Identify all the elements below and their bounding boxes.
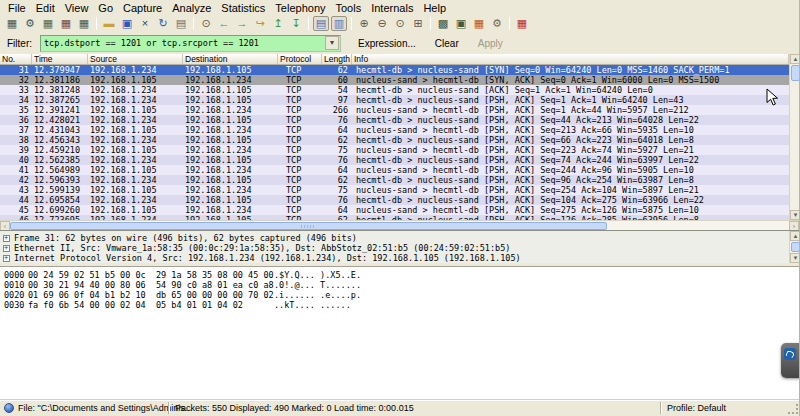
scroll-down-icon[interactable]: ▼ [790, 210, 800, 220]
packet-row-31[interactable]: 3112.379947192.168.1.234192.168.1.105TCP… [0, 65, 789, 75]
menu-internals[interactable]: Internals [366, 1, 418, 15]
filter-dropdown-button[interactable]: ▾ [325, 36, 339, 50]
teamviewer-panel-tab[interactable] [781, 343, 800, 378]
column-header-protocol[interactable]: Protocol [278, 54, 322, 64]
packet-bytes-pane: 000000 24 59 02 51 b5 00 0c 29 1a 58 35 … [0, 266, 800, 399]
capture-options-icon[interactable]: ⚙ [22, 16, 38, 31]
packet-row-45[interactable]: 4512.699260192.168.1.105192.168.1.234TCP… [0, 205, 789, 215]
col-no: 37 [0, 125, 32, 135]
capture-restart-icon[interactable]: ▦ [76, 16, 92, 31]
resize-grip[interactable] [787, 403, 799, 415]
display-filter-icon[interactable]: ▣ [453, 16, 469, 31]
zoom-out-icon[interactable]: ⊖ [374, 16, 390, 31]
column-header-length[interactable]: Length [322, 54, 352, 64]
hex-line[interactable]: 0030fa f0 6b 54 00 00 02 04 05 b4 01 01 … [0, 300, 800, 310]
scroll-up-icon[interactable]: ▲ [790, 54, 800, 64]
capture-start-icon[interactable]: ▦ [40, 16, 56, 31]
filter-combobox[interactable]: tcp.dstport == 1201 or tcp.srcport == 12… [40, 35, 341, 52]
go-forward-icon[interactable]: → [234, 16, 250, 31]
find-packet-icon[interactable]: ⊙ [198, 16, 214, 31]
menu-capture[interactable]: Capture [118, 1, 167, 15]
zoom-in-icon[interactable]: ⊕ [356, 16, 372, 31]
menu-tools[interactable]: Tools [331, 1, 367, 15]
go-last-icon[interactable]: ↧ [288, 16, 304, 31]
go-first-icon[interactable]: ↥ [270, 16, 286, 31]
save-file-icon[interactable]: ▣ [119, 16, 135, 31]
column-header-info[interactable]: Info [352, 54, 789, 64]
resize-columns-icon[interactable]: ⊞ [410, 16, 426, 31]
expand-plus-icon[interactable] [3, 245, 10, 252]
col-destination: 192.168.1.234 [183, 125, 278, 135]
expand-plus-icon[interactable] [3, 255, 10, 262]
col-info: nucleus-sand > hecmtl-db [PSH, ACK] Seq=… [352, 185, 789, 195]
hscroll-thumb[interactable] [10, 222, 607, 230]
details-vscrollbar[interactable]: ▲ ▼ [789, 231, 800, 263]
expand-plus-icon[interactable] [3, 235, 10, 242]
packet-row-32[interactable]: 3212.381186192.168.1.105192.168.1.234TCP… [0, 75, 789, 85]
go-back-icon[interactable]: ← [216, 16, 232, 31]
hex-line[interactable]: 002001 69 06 0f 04 b1 b2 10 db 65 00 00 … [0, 290, 800, 300]
col-length: 75 [322, 185, 352, 195]
packet-row-43[interactable]: 4312.599139192.168.1.105192.168.1.234TCP… [0, 185, 789, 195]
go-to-packet-icon[interactable]: ↪ [252, 16, 268, 31]
menu-edit[interactable]: Edit [31, 1, 60, 15]
column-header-destination[interactable]: Destination [183, 54, 278, 64]
packet-row-33[interactable]: 3312.381248192.168.1.234192.168.1.105TCP… [0, 85, 789, 95]
packet-row-37[interactable]: 3712.431043192.168.1.105192.168.1.234TCP… [0, 125, 789, 135]
capture-stop-icon[interactable]: ▦ [58, 16, 74, 31]
packet-row-41[interactable]: 4112.564989192.168.1.105192.168.1.234TCP… [0, 165, 789, 175]
packet-list-vscrollbar[interactable]: ▲ ▼ [789, 54, 800, 220]
help-icon[interactable]: ▦ [514, 16, 530, 31]
packet-row-34[interactable]: 3412.387265192.168.1.234192.168.1.105TCP… [0, 95, 789, 105]
packet-list-hscrollbar[interactable]: ‹ › [0, 220, 800, 230]
expert-info-icon[interactable] [4, 403, 14, 413]
packet-row-36[interactable]: 3612.428021192.168.1.234192.168.1.105TCP… [0, 115, 789, 125]
col-destination: 192.168.1.234 [183, 105, 278, 115]
print-icon[interactable]: ▤ [173, 16, 189, 31]
packet-row-38[interactable]: 3812.456343192.168.1.234192.168.1.105TCP… [0, 135, 789, 145]
preferences-icon[interactable]: ⚙ [489, 16, 505, 31]
column-header-no[interactable]: No. [0, 54, 32, 64]
scroll-down-icon[interactable]: ▼ [790, 253, 800, 263]
packet-row-42[interactable]: 4212.596393192.168.1.234192.168.1.105TCP… [0, 175, 789, 185]
hex-line[interactable]: 000000 24 59 02 51 b5 00 0c 29 1a 58 35 … [0, 270, 800, 280]
vscroll-thumb[interactable] [791, 242, 800, 252]
reload-icon[interactable]: ↻ [155, 16, 171, 31]
list-interfaces-icon[interactable]: ▦ [4, 16, 20, 31]
menu-view[interactable]: View [60, 1, 94, 15]
clear-button[interactable]: Clear [428, 36, 466, 51]
hex-line[interactable]: 001000 30 21 94 40 00 80 06 54 90 c0 a8 … [0, 280, 800, 290]
coloring-rules-icon[interactable]: ▦ [471, 16, 487, 31]
status-bar: File: "C:\Documents and Settings\Adminis… [0, 399, 800, 416]
col-info: nucleus-sand > hecmtl-db [PSH, ACK] Seq=… [352, 145, 789, 155]
capture-filter-icon[interactable]: ▩ [435, 16, 451, 31]
menu-file[interactable]: File [3, 1, 31, 15]
close-file-icon[interactable]: × [137, 16, 153, 31]
col-protocol: TCP [278, 155, 322, 165]
expression-button[interactable]: Expression... [351, 36, 423, 51]
scroll-up-icon[interactable]: ▲ [790, 231, 800, 241]
menu-statistics[interactable]: Statistics [216, 1, 270, 15]
col-time: 12.562385 [32, 155, 88, 165]
zoom-100-icon[interactable]: ⊙ [392, 16, 408, 31]
col-length: 62 [322, 65, 352, 75]
column-header-time[interactable]: Time [32, 54, 88, 64]
detail-line[interactable]: Internet Protocol Version 4, Src: 192.16… [0, 253, 800, 263]
status-file: File: "C:\Documents and Settings\Adminis… [18, 403, 192, 413]
packet-row-35[interactable]: 3512.391241192.168.1.105192.168.1.234TCP… [0, 105, 789, 115]
colorize-toggle-icon[interactable]: ▤ [313, 16, 329, 31]
packet-row-40[interactable]: 4012.562385192.168.1.234192.168.1.105TCP… [0, 155, 789, 165]
column-header-source[interactable]: Source [88, 54, 183, 64]
detail-line[interactable]: Ethernet II, Src: Vmware_1a:58:35 (00:0c… [0, 243, 800, 253]
packet-row-39[interactable]: 3912.459210192.168.1.105192.168.1.234TCP… [0, 145, 789, 155]
menu-help[interactable]: Help [418, 1, 451, 15]
open-file-icon[interactable]: ▬ [101, 16, 117, 31]
detail-line[interactable]: Frame 31: 62 bytes on wire (496 bits), 6… [0, 233, 800, 243]
menu-telephony[interactable]: Telephony [270, 1, 330, 15]
vscroll-thumb[interactable] [791, 65, 800, 81]
packet-row-44[interactable]: 4412.695854192.168.1.234192.168.1.105TCP… [0, 195, 789, 205]
autoscroll-toggle-icon[interactable]: ▥ [331, 16, 347, 31]
menu-go[interactable]: Go [93, 1, 118, 15]
menu-analyze[interactable]: Analyze [167, 1, 216, 15]
filter-input[interactable]: tcp.dstport == 1201 or tcp.srcport == 12… [41, 38, 325, 48]
